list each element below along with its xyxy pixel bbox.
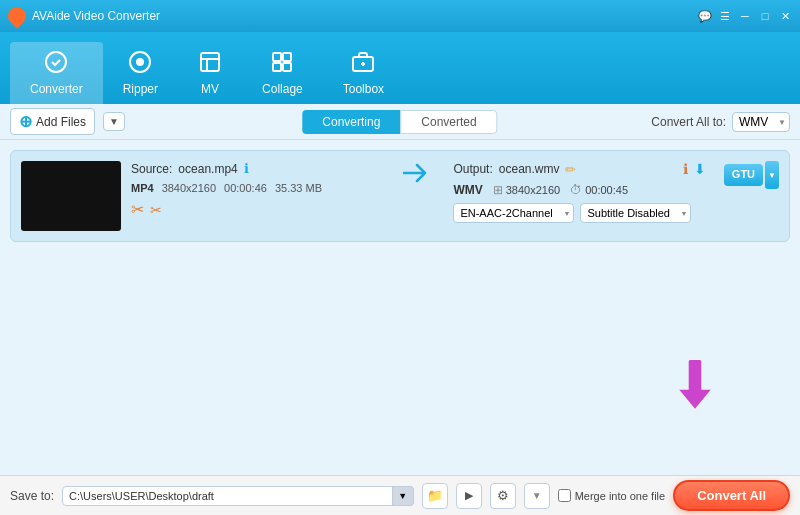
edit-filename-icon[interactable]: ✏ [565, 162, 576, 177]
cut-icon[interactable]: ✂ [131, 200, 144, 219]
audio-select-wrap: EN-AAC-2Channel [453, 203, 574, 223]
gpu-button[interactable]: GTU [724, 164, 763, 185]
output-detail: WMV ⊞ 3840x2160 ⏱ 00:00:45 [453, 183, 705, 197]
output-header: Output: ocean.wmv ✏ ℹ ⬇ [453, 161, 705, 177]
minimize-icon[interactable]: ─ [738, 9, 752, 23]
nav-ripper-label: Ripper [123, 82, 158, 96]
svg-point-0 [46, 52, 66, 72]
svg-rect-4 [273, 53, 281, 61]
settings-icon-btn[interactable]: ⚙ [490, 483, 516, 509]
merge-checkbox-wrap: Merge into one file [558, 489, 666, 502]
close-icon[interactable]: ✕ [778, 9, 792, 23]
file-actions: ✂ ✂ [131, 200, 383, 219]
svg-marker-13 [679, 390, 710, 409]
svg-rect-6 [273, 63, 281, 71]
menu-icon[interactable]: ☰ [718, 9, 732, 23]
nav-mv-label: MV [201, 82, 219, 96]
file-size: 35.33 MB [275, 182, 322, 194]
preview-icon-btn[interactable]: ▶ [456, 483, 482, 509]
gpu-label: GTU [732, 168, 755, 181]
ripper-icon [128, 50, 152, 78]
save-to-label: Save to: [10, 489, 54, 503]
download-icon[interactable]: ⬇ [694, 161, 706, 177]
merge-checkbox[interactable] [558, 489, 571, 502]
add-files-label: Add Files [36, 115, 86, 129]
resolution-icon: ⊞ [493, 183, 503, 197]
subtitle-select-wrap: Subtitle Disabled [580, 203, 691, 223]
title-bar: AVAide Video Converter 💬 ☰ ─ □ ✕ [0, 0, 800, 32]
svg-rect-12 [689, 360, 702, 391]
svg-rect-3 [201, 53, 219, 71]
gpu-dropdown[interactable]: ▼ [765, 161, 779, 189]
toolbar: ⊕ Add Files ▼ Converting Converted Conve… [0, 104, 800, 140]
format-select[interactable]: WMV MP4 MKV AVI MOV [732, 112, 790, 132]
add-files-button[interactable]: ⊕ Add Files [10, 108, 95, 135]
file-meta: MP4 3840x2160 00:00:46 35.33 MB [131, 182, 383, 194]
nav-mv[interactable]: MV [178, 42, 242, 104]
output-section: Output: ocean.wmv ✏ ℹ ⬇ WMV ⊞ 3840x2160 … [453, 161, 705, 223]
source-label: Source: [131, 162, 172, 176]
convert-all-button[interactable]: Convert All [673, 480, 790, 511]
resolution: 3840x2160 [162, 182, 216, 194]
annotation-arrow [670, 360, 720, 415]
tab-converted[interactable]: Converted [400, 110, 497, 134]
collage-icon [270, 50, 294, 78]
nav-ripper[interactable]: Ripper [103, 42, 178, 104]
source-row: Source: ocean.mp4 ℹ [131, 161, 383, 176]
svg-point-2 [137, 59, 143, 65]
chat-icon[interactable]: 💬 [698, 9, 712, 23]
source-info-icon[interactable]: ℹ [244, 161, 249, 176]
mv-icon [198, 50, 222, 78]
resolution-detail: ⊞ 3840x2160 [493, 183, 560, 197]
duration: 00:00:46 [224, 182, 267, 194]
codec-badge: MP4 [131, 182, 154, 194]
nav-toolbox[interactable]: Toolbox [323, 42, 404, 104]
output-filename: ocean.wmv [499, 162, 560, 176]
main-content: Source: ocean.mp4 ℹ MP4 3840x2160 00:00:… [0, 140, 800, 475]
source-filename: ocean.mp4 [178, 162, 237, 176]
folder-icon-btn[interactable]: 📁 [422, 483, 448, 509]
clock-icon: ⏱ [570, 183, 582, 197]
nav-collage-label: Collage [262, 82, 303, 96]
merge-label: Merge into one file [575, 490, 666, 502]
app-logo [4, 3, 29, 28]
info-circle-icon[interactable]: ℹ [683, 161, 688, 177]
save-path-input[interactable] [62, 486, 414, 506]
output-resolution: 3840x2160 [506, 184, 560, 196]
file-info-left: Source: ocean.mp4 ℹ MP4 3840x2160 00:00:… [131, 161, 383, 219]
right-arrow-icon [403, 161, 433, 185]
audio-select[interactable]: EN-AAC-2Channel [453, 203, 574, 223]
nav-toolbox-label: Toolbox [343, 82, 384, 96]
settings-dropdown[interactable]: ▼ [524, 483, 550, 509]
file-item: Source: ocean.mp4 ℹ MP4 3840x2160 00:00:… [10, 150, 790, 242]
nav-bar: Converter Ripper MV Collag [0, 32, 800, 104]
bottom-bar: Save to: ▼ 📁 ▶ ⚙ ▼ Merge into one file C… [0, 475, 800, 515]
format-select-wrap: WMV MP4 MKV AVI MOV [732, 112, 790, 132]
add-files-dropdown[interactable]: ▼ [103, 112, 125, 131]
scissors-icon[interactable]: ✂ [150, 202, 162, 218]
toolbox-icon [351, 50, 375, 78]
svg-rect-7 [283, 63, 291, 71]
output-selects: EN-AAC-2Channel Subtitle Disabled [453, 203, 705, 223]
save-path-wrap: ▼ [62, 486, 414, 506]
maximize-icon[interactable]: □ [758, 9, 772, 23]
window-controls: 💬 ☰ ─ □ ✕ [698, 9, 792, 23]
converter-icon [44, 50, 68, 78]
nav-converter[interactable]: Converter [10, 42, 103, 104]
output-duration: 00:00:45 [585, 184, 628, 196]
duration-detail: ⏱ 00:00:45 [570, 183, 628, 197]
svg-rect-5 [283, 53, 291, 61]
nav-collage[interactable]: Collage [242, 42, 323, 104]
nav-converter-label: Converter [30, 82, 83, 96]
tab-converting[interactable]: Converting [302, 110, 400, 134]
convert-all-to-section: Convert All to: WMV MP4 MKV AVI MOV [651, 112, 790, 132]
convert-all-to-label: Convert All to: [651, 115, 726, 129]
annotation-down-arrow [670, 360, 720, 415]
conversion-arrow [393, 161, 443, 185]
output-label: Output: [453, 162, 492, 176]
subtitle-select[interactable]: Subtitle Disabled [580, 203, 691, 223]
output-action-icons: ℹ ⬇ [683, 161, 706, 177]
save-path-dropdown[interactable]: ▼ [392, 486, 414, 506]
tab-group: Converting Converted [302, 110, 497, 134]
file-thumbnail [21, 161, 121, 231]
